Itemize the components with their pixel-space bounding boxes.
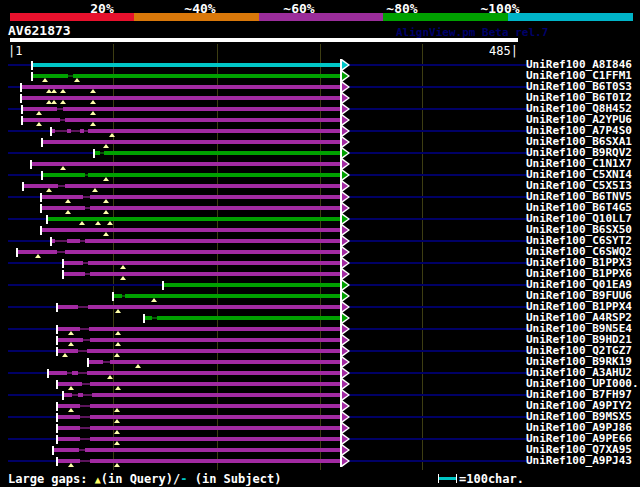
alignment-bar[interactable] bbox=[57, 426, 341, 430]
alignment-bar[interactable] bbox=[41, 228, 341, 232]
gap-in-query-marker bbox=[60, 166, 66, 170]
alignment-bar[interactable] bbox=[94, 151, 341, 155]
gap-in-query-marker bbox=[60, 89, 66, 93]
alignment-bar[interactable] bbox=[22, 107, 341, 111]
gap-in-query-marker bbox=[109, 133, 115, 137]
alignment-bar[interactable] bbox=[63, 261, 341, 265]
bar-start-tick bbox=[56, 303, 58, 312]
alignment-bar[interactable] bbox=[63, 272, 341, 276]
bar-start-tick bbox=[41, 138, 43, 147]
bar-arrowhead-icon bbox=[342, 413, 348, 421]
gap-in-query-marker bbox=[65, 199, 71, 203]
gap-in-query-marker bbox=[103, 232, 109, 236]
alignment-bar[interactable] bbox=[57, 415, 341, 419]
alignment-bar[interactable] bbox=[57, 382, 341, 386]
bar-arrowhead-icon bbox=[342, 259, 348, 267]
bar-arrowhead-icon bbox=[342, 72, 348, 80]
alignment-bar[interactable] bbox=[22, 118, 341, 122]
alignment-bar[interactable] bbox=[57, 404, 341, 408]
bar-arrowhead-icon bbox=[342, 380, 348, 388]
bar-start-tick bbox=[22, 182, 24, 191]
alignment-bar[interactable] bbox=[57, 437, 341, 441]
identity-scale-label: ~100% bbox=[480, 1, 519, 16]
gap-in-query-marker bbox=[36, 122, 42, 126]
bar-arrowhead-icon bbox=[342, 237, 348, 245]
gap-in-query-marker bbox=[68, 342, 74, 346]
bar-arrowhead-icon bbox=[342, 281, 348, 289]
alignment-bar[interactable] bbox=[163, 283, 341, 287]
alignment-bar[interactable] bbox=[57, 327, 341, 331]
scale-legend-end-tick bbox=[456, 474, 457, 483]
bar-start-tick bbox=[56, 325, 58, 334]
gap-in-query-marker bbox=[68, 331, 74, 335]
gap-in-query-marker bbox=[114, 430, 120, 434]
subject-gap-line bbox=[79, 449, 85, 451]
alignment-bar[interactable] bbox=[51, 129, 341, 133]
bar-arrowhead-icon bbox=[342, 435, 348, 443]
gap-in-query-marker bbox=[68, 386, 74, 390]
subject-gap-line bbox=[68, 75, 73, 77]
bar-start-tick bbox=[31, 72, 33, 81]
gap-legend-prefix: Large gaps: bbox=[8, 472, 95, 486]
alignment-bar[interactable] bbox=[47, 217, 341, 221]
alignment-bar[interactable] bbox=[144, 316, 341, 320]
ruler-start-label: |1 bbox=[8, 44, 22, 58]
alignment-bar[interactable] bbox=[48, 371, 341, 375]
bar-start-tick bbox=[56, 424, 58, 433]
gap-in-query-marker bbox=[68, 463, 74, 467]
alignment-bar[interactable] bbox=[53, 448, 341, 452]
bar-arrowhead-icon bbox=[342, 424, 348, 432]
alignment-bar[interactable] bbox=[42, 140, 341, 144]
alignment-bar[interactable] bbox=[21, 85, 341, 89]
alignment-bar[interactable] bbox=[23, 184, 341, 188]
gap-in-query-marker bbox=[114, 408, 120, 412]
gap-in-query-marker bbox=[92, 188, 98, 192]
subject-gap-line bbox=[82, 383, 90, 385]
alignment-bar[interactable] bbox=[31, 162, 341, 166]
bar-arrowhead-icon bbox=[342, 292, 348, 300]
subject-gap-line bbox=[57, 251, 65, 253]
bar-start-tick bbox=[40, 204, 42, 213]
subject-gap-line bbox=[84, 130, 88, 132]
subject-gap-line bbox=[103, 361, 110, 363]
alignment-bar[interactable] bbox=[51, 239, 341, 243]
alignment-bar[interactable] bbox=[113, 294, 341, 298]
bar-start-tick bbox=[50, 237, 52, 246]
bar-start-tick bbox=[56, 402, 58, 411]
alignment-bar[interactable] bbox=[57, 459, 341, 463]
alignment-bar[interactable] bbox=[88, 360, 341, 364]
bar-start-tick bbox=[112, 292, 114, 301]
alignment-bar[interactable] bbox=[21, 96, 341, 100]
gap-in-query-marker bbox=[103, 210, 109, 214]
alignment-bar[interactable] bbox=[57, 305, 341, 309]
hit-label[interactable]: UniRef100_A9PJ43 bbox=[526, 455, 632, 466]
gap-in-query-marker bbox=[114, 353, 120, 357]
gap-in-query-marker bbox=[115, 309, 121, 313]
alignment-bar[interactable] bbox=[17, 250, 341, 254]
bar-arrowhead-icon bbox=[342, 83, 348, 91]
bar-start-tick bbox=[56, 380, 58, 389]
subject-gap-line bbox=[78, 372, 87, 374]
bar-start-tick bbox=[162, 281, 164, 290]
bar-start-tick bbox=[56, 336, 58, 345]
alignment-bar[interactable] bbox=[63, 393, 341, 397]
subject-gap-line bbox=[80, 460, 90, 462]
alignment-bar[interactable] bbox=[32, 63, 341, 67]
alignment-bar[interactable] bbox=[57, 349, 341, 353]
bar-arrowhead-icon bbox=[342, 204, 348, 212]
gap-in-query-marker bbox=[68, 408, 74, 412]
alignment-bar[interactable] bbox=[57, 338, 341, 342]
bar-start-tick bbox=[31, 61, 33, 70]
identity-scale-label: ~40% bbox=[184, 1, 215, 16]
identity-scale-segment bbox=[259, 13, 383, 21]
gap-in-query-marker bbox=[90, 89, 96, 93]
gap-in-query-marker bbox=[95, 221, 101, 225]
bar-arrowhead-icon bbox=[342, 94, 348, 102]
gap-in-query-marker bbox=[51, 100, 57, 104]
gap-in-query-marker bbox=[46, 188, 52, 192]
gap-in-query-marker bbox=[62, 353, 68, 357]
scale-legend-line bbox=[439, 477, 456, 480]
bar-arrowhead-icon bbox=[342, 336, 348, 344]
gap-in-query-marker bbox=[115, 342, 121, 346]
alignview-screen: AV621873 AlignView.pm Beta rel.7 |1 485|… bbox=[0, 0, 640, 487]
